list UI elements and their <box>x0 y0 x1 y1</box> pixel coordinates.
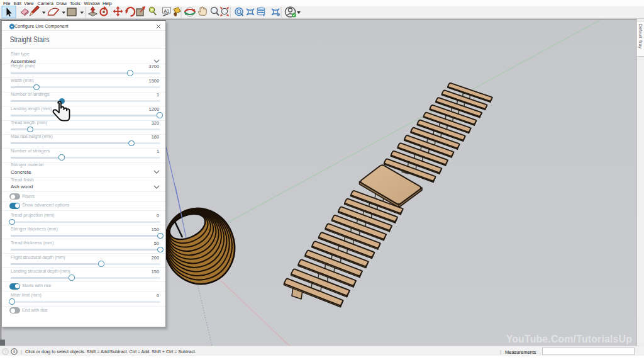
svg-text:i: i <box>13 349 14 354</box>
svg-text:YouTube.Com/TutorialsUp: YouTube.Com/TutorialsUp <box>506 334 632 344</box>
svg-text:A1: A1 <box>164 9 170 13</box>
svg-text:?: ? <box>4 349 6 354</box>
